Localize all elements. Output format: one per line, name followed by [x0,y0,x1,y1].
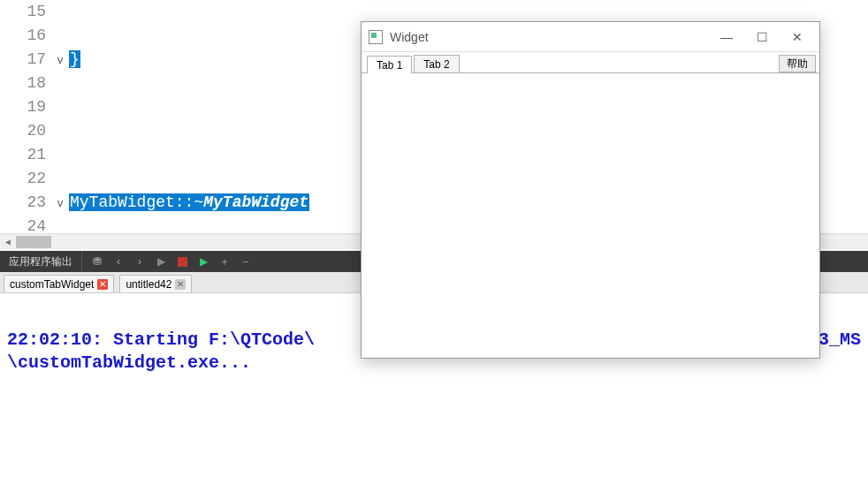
line-num: 22 [0,167,46,191]
output-line-right: 3_MS [819,329,861,352]
line-num: 18 [0,72,46,95]
tab-label: Tab 2 [423,58,449,71]
code-text: } [69,50,80,68]
output-tab-untitled42[interactable]: untitled42 ✕ [119,275,192,292]
output-toolbar: ⛃ ‹ › ▶ ▶ ＋ － [82,255,261,268]
line-num: 16 [0,24,46,48]
line-num: 23 [0,191,46,215]
remove-icon[interactable]: － [240,255,252,268]
output-line: 22:02:10: Starting F:\QTCode\ [7,329,315,350]
output-tab-customtabwidget[interactable]: customTabWidget ✕ [4,275,114,292]
add-icon[interactable]: ＋ [218,255,231,268]
scroll-left-icon[interactable]: ◀ [0,234,16,250]
run-icon[interactable]: ▶ [155,255,167,268]
window-controls: — ☐ ✕ [719,30,812,44]
fold-column: v v [51,0,69,246]
app-window[interactable]: Widget — ☐ ✕ Tab 1 Tab 2 帮助 [361,21,820,359]
line-num: 21 [0,143,46,167]
stop-icon[interactable] [176,255,188,268]
scrollbar-thumb[interactable] [16,236,51,248]
close-icon[interactable]: ✕ [97,279,108,290]
line-num: 19 [0,95,46,119]
next-icon[interactable]: › [133,255,146,268]
close-icon[interactable]: ✕ [789,30,805,44]
help-label: 帮助 [787,57,808,72]
tab-label: Tab 1 [377,59,402,72]
prev-icon[interactable]: ‹ [112,255,125,268]
output-tab-label: customTabWidget [10,278,94,291]
maximize-icon[interactable]: ☐ [754,30,770,44]
fold-toggle-icon[interactable]: v [57,198,63,210]
tab-bar: Tab 1 Tab 2 帮助 [362,52,819,73]
line-number-gutter: 15 16 17 18 19 20 21 22 23 24 [0,0,51,246]
filter-icon[interactable]: ⛃ [91,255,103,268]
line-num: 15 [0,0,46,24]
output-line: \customTabWidget.exe... [7,352,251,373]
line-num: 17 [0,48,46,72]
line-num: 20 [0,119,46,143]
run-green-icon[interactable]: ▶ [197,255,209,268]
output-tab-label: untitled42 [126,278,171,291]
window-title: Widget [390,30,429,44]
fold-toggle-icon[interactable]: v [57,55,63,67]
help-button[interactable]: 帮助 [779,55,816,72]
tab-2[interactable]: Tab 2 [414,55,459,72]
titlebar[interactable]: Widget — ☐ ✕ [362,22,819,52]
tab-content [362,73,819,358]
close-icon[interactable]: ✕ [175,279,186,290]
app-icon [369,30,383,44]
tab-1[interactable]: Tab 1 [367,56,412,73]
code-text: MyTabWidget::~MyTabWidget [69,193,309,211]
output-panel-title: 应用程序输出 [0,251,82,272]
minimize-icon[interactable]: — [719,30,735,44]
